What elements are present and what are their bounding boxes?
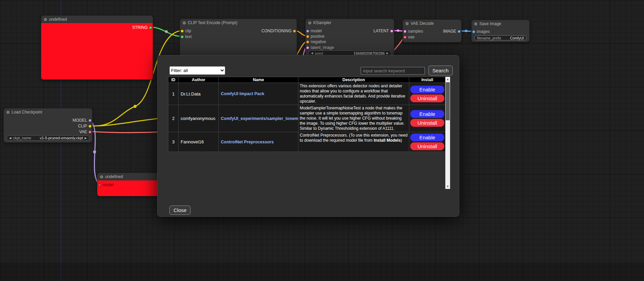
string-output-dot[interactable]: [149, 26, 152, 29]
ext-description: ModelSamplerTonemapNoiseTest a node that…: [298, 105, 409, 132]
extension-row: 1 Dr.Lt.Data ComfyUI Impact Pack This ex…: [168, 83, 446, 105]
ext-install-cell: Enable Uninstall: [409, 132, 446, 152]
positive-input-dot[interactable]: [306, 35, 309, 38]
header-install: Install: [409, 77, 446, 83]
images-input-dot[interactable]: [472, 30, 475, 33]
input-slot-model: model: [306, 28, 322, 34]
input-slot-samples: samples: [403, 29, 423, 34]
link-dot[interactable]: [134, 105, 137, 108]
node-title-bar[interactable]: Load Checkpoint: [4, 108, 92, 116]
clip-input-dot[interactable]: [181, 30, 184, 33]
scroll-down-icon[interactable]: ▼: [445, 184, 450, 189]
output-slot-conditioning: CONDITIONING: [227, 28, 297, 34]
model-input-dot[interactable]: [98, 183, 101, 187]
header-description: Description: [298, 77, 409, 83]
output-slot-latent: LATENT: [354, 28, 394, 34]
node-save-image[interactable]: Save Image images filename_prefix ComfyU…: [471, 20, 530, 42]
node-collapse-dot-icon[interactable]: [6, 111, 10, 114]
ext-link[interactable]: ComfyUI_experiments/sampler_tonemap: [221, 116, 298, 121]
widget-value: ComfyUI: [510, 36, 524, 40]
uninstall-button[interactable]: Uninstall: [410, 94, 444, 102]
conditioning-output-dot[interactable]: [293, 30, 296, 33]
enable-button[interactable]: Enable: [410, 86, 444, 93]
filename-prefix-widget[interactable]: filename_prefix ComfyUI: [474, 35, 527, 40]
node-title: Load Checkpoint: [12, 110, 42, 115]
search-input[interactable]: [361, 67, 425, 75]
model-input-dot[interactable]: [306, 30, 309, 33]
node-collapse-dot-icon[interactable]: [44, 18, 47, 21]
extension-row: 3 Fannovel16 ControlNet Preprocessors Co…: [168, 132, 446, 152]
error-node-body: [41, 23, 153, 80]
input-slot-text: text: [180, 34, 192, 39]
input-label: text: [185, 34, 192, 39]
text-input-dot[interactable]: [181, 35, 184, 38]
link-dot[interactable]: [465, 30, 467, 32]
header-id: ID: [168, 77, 179, 83]
link-dot[interactable]: [165, 30, 168, 33]
input-label: model: [311, 29, 322, 33]
scroll-up-icon[interactable]: ▲: [445, 77, 450, 82]
node-graph-canvas[interactable]: undefined STRING CLIP Text Encode (Promp…: [0, 0, 644, 281]
node-title-bar[interactable]: VAE Decode: [403, 20, 461, 27]
link-dot[interactable]: [397, 30, 399, 32]
output-label: CONDITIONING: [261, 29, 292, 33]
next-arrow-icon[interactable]: ▶: [85, 135, 87, 141]
input-slot-images: images: [472, 29, 490, 34]
image-output-dot[interactable]: [458, 30, 461, 33]
latent-image-input-dot[interactable]: [306, 46, 309, 49]
prev-arrow-icon[interactable]: ◀: [9, 135, 11, 141]
vae-output-dot[interactable]: [88, 130, 92, 134]
node-collapse-dot-icon[interactable]: [406, 22, 409, 25]
header-name: Name: [219, 77, 298, 83]
ext-author: Dr.Lt.Data: [179, 83, 219, 105]
widget-value: 156680208700286: [353, 51, 385, 55]
node-title-bar[interactable]: CLIP Text Encode (Prompt): [180, 19, 297, 27]
node-title: CLIP Text Encode (Prompt): [188, 20, 237, 25]
node-title-bar[interactable]: KSampler: [306, 19, 394, 27]
link-dot[interactable]: [93, 151, 96, 154]
enable-button[interactable]: Enable: [410, 134, 444, 141]
header-author: Author: [179, 77, 219, 83]
widget-value: v1-5-pruned-emaonly.ckpt: [40, 136, 83, 140]
samples-input-dot[interactable]: [403, 30, 407, 33]
node-collapse-dot-icon[interactable]: [100, 175, 103, 178]
ext-link[interactable]: ControlNet Preprocessors: [221, 140, 274, 144]
table-header-row: ID Author Name Description Install: [168, 77, 446, 83]
clip-output-dot[interactable]: [88, 125, 92, 128]
latent-output-dot[interactable]: [390, 30, 393, 33]
node-title-bar[interactable]: undefined: [41, 16, 153, 23]
ext-install-cell: Enable Uninstall: [409, 105, 446, 132]
vae-input-dot[interactable]: [403, 36, 407, 39]
node-title: Save Image: [479, 21, 501, 26]
node-collapse-dot-icon[interactable]: [474, 22, 477, 25]
negative-input-dot[interactable]: [306, 40, 309, 43]
input-label: latent_image: [311, 45, 334, 50]
node-load-checkpoint[interactable]: Load Checkpoint MODEL CLIP VAE ◀ ckpt_na…: [3, 108, 93, 143]
scrollbar-thumb[interactable]: [446, 82, 450, 120]
enable-button[interactable]: Enable: [410, 110, 444, 118]
input-slot-model: model: [97, 182, 114, 188]
ext-description: This extension offers various detector n…: [298, 83, 409, 105]
node-vae-decode[interactable]: VAE Decode samples vae IMAGE: [402, 19, 462, 42]
input-label: clip: [185, 29, 191, 33]
ckpt-name-widget[interactable]: ◀ ckpt_name v1-5-pruned-emaonly.ckpt ▶: [6, 135, 89, 141]
filter-select[interactable]: Filter: all: [169, 66, 225, 75]
description-bold-text: Install Models: [374, 138, 400, 143]
input-label: samples: [408, 29, 423, 34]
install-custom-nodes-dialog: Filter: all Search ID Author Name Descri…: [157, 55, 459, 217]
input-slot-negative: negative: [306, 39, 326, 45]
node-collapse-dot-icon[interactable]: [183, 21, 186, 24]
ext-link[interactable]: ComfyUI Impact Pack: [221, 91, 264, 96]
table-scrollbar[interactable]: ▲ ▼: [445, 77, 450, 189]
close-button[interactable]: Close: [169, 206, 191, 215]
search-button[interactable]: Search: [428, 66, 453, 75]
ext-description: ControlNet Preprocessors. (To use this e…: [298, 132, 409, 152]
uninstall-button[interactable]: Uninstall: [410, 142, 444, 150]
node-title: VAE Decode: [411, 21, 434, 26]
node-collapse-dot-icon[interactable]: [308, 21, 311, 24]
node-undefined-top[interactable]: undefined STRING: [41, 15, 153, 80]
node-title: KSampler: [313, 20, 331, 25]
uninstall-button[interactable]: Uninstall: [410, 119, 444, 127]
model-output-dot[interactable]: [88, 119, 92, 122]
node-title-bar[interactable]: Save Image: [472, 20, 529, 28]
